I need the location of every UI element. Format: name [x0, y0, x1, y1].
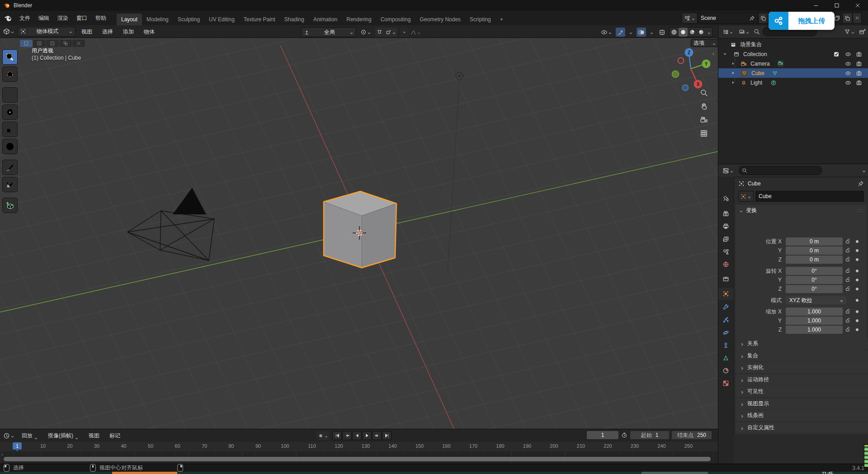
disclosure-collapsed-icon[interactable] — [731, 62, 735, 66]
camera-view-icon[interactable] — [700, 116, 708, 124]
tool-add-cube[interactable] — [3, 198, 17, 213]
menu-edit[interactable]: 编辑 — [34, 13, 53, 23]
mode-selector[interactable]: 物体模式 — [18, 27, 75, 37]
viewport-3d[interactable]: 物体模式 视图 选择 添加 物体 全局 — [0, 25, 718, 429]
workspace-tab-modeling[interactable]: Modeling — [142, 14, 173, 25]
tab-collection-icon[interactable] — [722, 275, 729, 282]
blender-menu-icon[interactable] — [4, 13, 14, 23]
menu-help[interactable]: 帮助 — [91, 13, 110, 23]
disclosure-expanded-icon[interactable] — [723, 52, 727, 56]
properties-options-chevron[interactable] — [862, 169, 866, 173]
taskbar-tray-area[interactable] — [642, 472, 708, 474]
jump-to-end-button[interactable] — [382, 431, 392, 440]
panel-instancing[interactable]: 实例化:::: — [736, 362, 868, 373]
hide-eye-icon[interactable] — [845, 80, 851, 86]
workspace-tab-compositing[interactable]: Compositing — [376, 14, 415, 25]
current-frame-badge[interactable]: 1 — [13, 442, 22, 450]
new-scene-button[interactable] — [758, 13, 769, 24]
shading-rendered-button[interactable] — [697, 28, 706, 37]
tab-output-icon[interactable] — [722, 223, 729, 230]
snap-target-dropdown[interactable] — [384, 28, 397, 37]
viewport-menu-select[interactable]: 选择 — [98, 27, 117, 37]
next-keyframe-button[interactable] — [372, 431, 382, 440]
zoom-view-icon[interactable] — [700, 89, 708, 97]
overlays-toggle[interactable] — [637, 28, 646, 37]
outliner-row-camera[interactable]: Camera — [718, 59, 868, 68]
new-viewlayer-button[interactable] — [842, 13, 853, 24]
outliner-row-cube[interactable]: Cube — [718, 68, 868, 78]
minimize-button[interactable] — [806, 0, 826, 11]
timeline-ruler[interactable]: 1020304050607080901001101201301401501601… — [0, 442, 718, 452]
frame-end-field[interactable]: 结束点250 — [672, 431, 712, 439]
pin-icon[interactable] — [858, 180, 864, 187]
tool-rotate[interactable] — [3, 105, 17, 119]
panel-collections[interactable]: 集合:::: — [736, 350, 868, 361]
workspace-tab-sculpting[interactable]: Sculpting — [173, 14, 204, 25]
outliner-filter-button[interactable] — [843, 27, 856, 36]
menu-render[interactable]: 渲染 — [53, 13, 72, 23]
panel-viewport-display[interactable]: 视图显示:::: — [736, 398, 868, 409]
panel-line-art[interactable]: 线条画:::: — [736, 410, 868, 421]
timeline-menu-view[interactable]: 视图 — [85, 431, 104, 441]
shading-wireframe-button[interactable] — [670, 28, 679, 37]
pin-icon[interactable] — [749, 15, 755, 21]
snap-toggle[interactable] — [375, 28, 384, 37]
panel-relations[interactable]: 关系:::: — [736, 338, 868, 349]
workspace-tab-shading[interactable]: Shading — [280, 14, 309, 25]
add-workspace-button[interactable]: + — [495, 14, 508, 25]
xray-toggle[interactable] — [657, 28, 667, 37]
outliner-display-mode-button[interactable] — [737, 27, 751, 36]
properties-editor-type-button[interactable] — [721, 166, 735, 175]
use-preview-range-icon[interactable] — [621, 432, 627, 438]
tool-move[interactable] — [3, 88, 17, 102]
tab-object-data-icon[interactable] — [722, 355, 729, 361]
proportional-falloff-dropdown[interactable] — [409, 28, 422, 37]
edge-widget-handle[interactable] — [864, 445, 868, 467]
tab-scene-icon[interactable] — [722, 248, 729, 255]
auto-keying-toggle[interactable] — [316, 431, 330, 440]
tool-scale[interactable] — [3, 122, 17, 137]
tool-transform[interactable] — [3, 139, 17, 154]
tool-cursor[interactable] — [3, 67, 17, 81]
workspace-tab-texture-paint[interactable]: Texture Paint — [239, 14, 280, 25]
overlays-dropdown[interactable] — [648, 28, 655, 37]
outliner-row-light[interactable]: Light — [718, 78, 868, 87]
timeline-editor[interactable]: 回放 抠像(插帧) 视图 标记 1 — [0, 429, 718, 464]
properties-search-input[interactable] — [739, 166, 822, 175]
select-mode-invert[interactable] — [59, 40, 72, 47]
viewport-menu-add[interactable]: 添加 — [119, 27, 138, 37]
viewport-menu-object[interactable]: 物体 — [140, 27, 159, 37]
scene-browse-button[interactable] — [682, 13, 698, 24]
taskbar-active-app[interactable] — [112, 472, 177, 474]
tab-physics-icon[interactable] — [722, 329, 729, 336]
tab-tool-icon[interactable] — [722, 195, 729, 202]
timeline-scrollbar-thumb[interactable] — [4, 457, 711, 461]
tab-particles-icon[interactable] — [722, 317, 729, 323]
drag-upload-overlay[interactable]: 拖拽上传 — [769, 12, 835, 30]
workspace-tab-scripting[interactable]: Scripting — [465, 14, 495, 25]
hide-eye-icon[interactable] — [845, 70, 851, 76]
disable-render-icon[interactable] — [856, 61, 862, 67]
timeline-scrollbar[interactable] — [4, 456, 711, 462]
frame-start-field[interactable]: 起始1 — [630, 431, 669, 439]
workspace-tab-uv-editing[interactable]: UV Editing — [204, 14, 239, 25]
close-button[interactable] — [847, 0, 868, 11]
workspace-tab-layout[interactable]: Layout — [117, 14, 142, 25]
disable-render-icon[interactable] — [856, 51, 862, 57]
jump-to-start-button[interactable] — [332, 431, 342, 440]
select-mode-subtract[interactable] — [46, 40, 59, 47]
outliner-row-scene-collection[interactable]: 场景集合 — [718, 40, 868, 49]
panel-grip[interactable]: :::: — [857, 208, 863, 213]
panel-custom-properties[interactable]: 自定义属性:::: — [736, 422, 868, 433]
search-icon[interactable] — [754, 28, 760, 35]
tab-material-icon[interactable] — [722, 367, 729, 374]
panel-visibility[interactable]: 可见性:::: — [736, 386, 868, 397]
hide-eye-icon[interactable] — [845, 51, 851, 57]
timeline-expand-arrow[interactable]: › — [0, 451, 3, 457]
timeline-editor-type-button[interactable] — [2, 431, 16, 440]
select-mode-intersect[interactable] — [72, 40, 85, 47]
disable-render-icon[interactable] — [856, 80, 862, 86]
play-button[interactable] — [362, 431, 372, 440]
tab-object-icon[interactable] — [722, 290, 729, 297]
collection-checkbox[interactable] — [833, 51, 840, 57]
